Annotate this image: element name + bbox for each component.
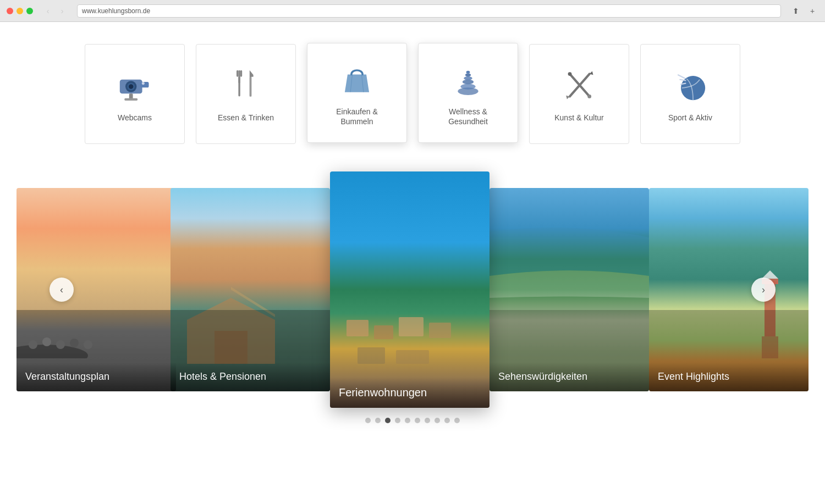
carousel-section: ‹ Veranstaltungsplan	[44, 171, 781, 408]
dot-1[interactable]	[375, 418, 381, 423]
dot-7[interactable]	[435, 418, 440, 423]
svg-point-18	[464, 76, 472, 80]
dot-0[interactable]	[365, 418, 371, 423]
carousel-dots	[44, 418, 781, 423]
svg-rect-42	[399, 317, 424, 336]
kunst-icon	[559, 65, 599, 105]
svg-rect-40	[346, 320, 369, 336]
svg-rect-45	[396, 350, 429, 364]
event-image	[649, 188, 809, 391]
category-label-webcams: Webcams	[118, 113, 152, 123]
traffic-lights	[7, 8, 33, 14]
main-content: Webcams Essen & Trinken	[0, 22, 825, 445]
carousel-prev-button[interactable]: ‹	[50, 278, 74, 302]
svg-point-20	[466, 71, 470, 74]
veranstaltung-caption: Veranstaltungsplan	[16, 362, 176, 391]
category-card-kunst[interactable]: Kunst & Kultur	[529, 44, 629, 144]
svg-point-23	[568, 72, 572, 76]
minimize-button[interactable]	[16, 8, 23, 14]
wellness-icon	[448, 59, 488, 99]
svg-point-34	[56, 340, 65, 349]
svg-rect-12	[250, 77, 251, 97]
svg-rect-41	[374, 325, 393, 339]
carousel-item-veranstaltung[interactable]: Veranstaltungsplan	[16, 188, 176, 391]
maximize-button[interactable]	[26, 8, 33, 14]
svg-point-19	[465, 73, 471, 76]
svg-point-7	[142, 82, 145, 85]
dot-6[interactable]	[425, 418, 430, 423]
browser-chrome: ‹ › www.kuehlungsborn.de ⬆ +	[0, 0, 825, 22]
svg-rect-6	[124, 98, 138, 101]
dot-3[interactable]	[395, 418, 400, 423]
svg-point-17	[463, 80, 474, 85]
hotels-image	[170, 188, 330, 391]
svg-rect-10	[240, 70, 242, 77]
essen-icon	[226, 65, 266, 105]
dot-5[interactable]	[415, 418, 420, 423]
carousel-item-sehenswuerdigkeiten[interactable]: Sehenswürdigkeiten	[490, 188, 649, 391]
einkaufen-icon	[337, 59, 377, 99]
svg-rect-38	[215, 331, 248, 364]
category-cards: Webcams Essen & Trinken	[44, 44, 781, 144]
veranstaltung-image	[16, 188, 176, 391]
svg-line-28	[678, 75, 685, 78]
address-bar[interactable]: www.kuehlungsborn.de	[77, 4, 781, 18]
svg-rect-9	[237, 70, 238, 77]
category-label-wellness: Wellness &Gesundheit	[448, 107, 488, 126]
carousel-next-button[interactable]: ›	[751, 278, 776, 302]
ferienwohnungen-image	[330, 171, 490, 408]
svg-point-32	[29, 340, 37, 349]
svg-point-3	[129, 84, 134, 89]
svg-rect-43	[429, 323, 451, 338]
browser-actions: ⬆ +	[790, 5, 818, 17]
bookmark-button[interactable]: +	[806, 5, 818, 17]
share-button[interactable]: ⬆	[790, 5, 802, 17]
category-card-webcams[interactable]: Webcams	[85, 44, 185, 144]
category-label-sport: Sport & Aktiv	[668, 113, 712, 123]
dot-8[interactable]	[444, 418, 450, 423]
svg-point-36	[84, 340, 92, 349]
carousel-item-event[interactable]: Event Highlights	[649, 188, 809, 391]
svg-rect-49	[762, 336, 778, 358]
webcam-icon	[115, 65, 155, 105]
chevron-right-icon: ›	[762, 284, 765, 296]
carousel-track: Veranstaltungsplan Hotels & Pensionen	[44, 182, 781, 397]
category-label-essen: Essen & Trinken	[218, 113, 274, 123]
svg-point-24	[587, 95, 591, 98]
dot-9[interactable]	[454, 418, 460, 423]
svg-point-16	[460, 84, 475, 89]
nav-buttons: ‹ ›	[42, 5, 68, 17]
svg-rect-44	[358, 347, 385, 364]
dot-2[interactable]	[385, 418, 391, 423]
event-caption: Event Highlights	[649, 362, 809, 391]
category-card-essen[interactable]: Essen & Trinken	[196, 44, 296, 144]
close-button[interactable]	[7, 8, 13, 14]
category-card-einkaufen[interactable]: Einkaufen &Bummeln	[307, 43, 407, 143]
dot-4[interactable]	[405, 418, 410, 423]
svg-rect-11	[238, 77, 240, 97]
category-card-wellness[interactable]: Wellness &Gesundheit	[418, 43, 518, 143]
category-card-sport[interactable]: Sport & Aktiv	[640, 44, 740, 144]
url-text: www.kuehlungsborn.de	[82, 7, 150, 15]
svg-rect-4	[140, 82, 148, 87]
carousel-item-ferienwohnungen[interactable]: Ferienwohnungen	[330, 171, 490, 408]
sehenswuerdigkeiten-image	[490, 188, 649, 391]
chevron-left-icon: ‹	[60, 284, 63, 296]
svg-point-31	[16, 345, 88, 358]
category-label-kunst: Kunst & Kultur	[554, 113, 604, 123]
svg-point-33	[42, 337, 51, 346]
carousel-item-hotels[interactable]: Hotels & Pensionen	[170, 188, 330, 391]
back-button[interactable]: ‹	[42, 5, 54, 17]
hotels-caption: Hotels & Pensionen	[170, 362, 330, 391]
ferienwohnungen-caption: Ferienwohnungen	[330, 378, 490, 408]
sport-icon	[670, 65, 710, 105]
sehenswuerdigkeiten-caption: Sehenswürdigkeiten	[490, 362, 649, 391]
forward-button[interactable]: ›	[56, 5, 68, 17]
svg-point-35	[70, 339, 79, 347]
category-label-einkaufen: Einkaufen &Bummeln	[336, 107, 378, 126]
